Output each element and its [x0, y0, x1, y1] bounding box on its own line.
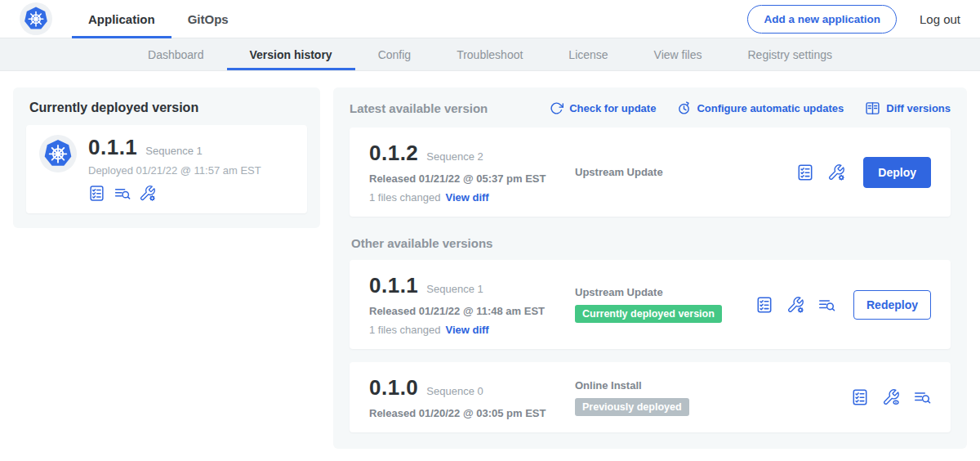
header-nav: Application GitOps — [72, 0, 245, 38]
view-config-icon[interactable] — [882, 388, 900, 406]
redeploy-button[interactable]: Redeploy — [853, 290, 931, 320]
version-row-0-1-2: 0.1.2 Sequence 2 Released 01/21/22 @ 05:… — [350, 128, 951, 217]
subnav-tab-version-history[interactable]: Version history — [227, 38, 355, 70]
released-timestamp: Released 01/21/22 @ 05:37 pm EST — [369, 172, 575, 185]
deployed-sequence: Sequence 1 — [145, 145, 202, 157]
version-sequence: Sequence 1 — [426, 283, 483, 295]
deploy-logs-icon[interactable] — [913, 388, 931, 406]
subnav-tab-dashboard[interactable]: Dashboard — [125, 38, 227, 70]
subnav-tab-registry-settings-label: Registry settings — [748, 48, 832, 61]
logout-button[interactable]: Log out — [920, 12, 960, 26]
deploy-logs-icon[interactable] — [817, 296, 835, 314]
diff-versions-label: Diff versions — [886, 102, 951, 114]
version-source-column: Upstream Update — [575, 166, 796, 178]
edit-config-icon[interactable] — [786, 296, 804, 314]
app-icon-kubernetes — [39, 135, 77, 172]
version-source: Upstream Update — [575, 166, 788, 178]
tab-application-label: Application — [88, 12, 155, 26]
version-row-0-1-1: 0.1.1 Sequence 1 Released 01/21/22 @ 11:… — [350, 260, 951, 349]
preflight-checks-icon[interactable] — [755, 296, 773, 314]
previously-deployed-badge: Previously deployed — [575, 398, 689, 416]
kubernetes-logo — [20, 2, 52, 35]
diff-columns-icon — [865, 101, 880, 116]
configure-automatic-updates-label: Configure automatic updates — [697, 102, 844, 114]
edit-config-icon[interactable] — [827, 163, 845, 181]
other-versions-title: Other available versions — [351, 236, 951, 250]
app-subnav: Dashboard Version history Config Trouble… — [0, 38, 980, 71]
currently-deployed-title: Currently deployed version — [26, 101, 307, 115]
version-number: 0.1.1 — [369, 273, 418, 298]
subnav-tab-view-files[interactable]: View files — [631, 38, 725, 70]
latest-version-title: Latest available version — [350, 101, 488, 115]
subnav-tab-version-history-label: Version history — [250, 48, 332, 61]
tab-gitops[interactable]: GitOps — [172, 0, 245, 38]
files-changed: 1 files changed — [369, 324, 440, 336]
version-actions-column: Deploy — [796, 157, 931, 188]
subnav-tab-config[interactable]: Config — [355, 38, 434, 70]
subnav-tab-config-label: Config — [378, 48, 411, 61]
currently-deployed-badge: Currently deployed version — [575, 305, 722, 323]
version-source-column: Upstream Update Currently deployed versi… — [575, 286, 755, 323]
deployed-version-card: 0.1.1 Sequence 1 Deployed 01/21/22 @ 11:… — [26, 125, 307, 213]
deployed-version-number: 0.1.1 — [88, 135, 137, 160]
version-row-info: 0.1.1 Sequence 1 Released 01/21/22 @ 11:… — [369, 273, 575, 336]
configure-automatic-updates-link[interactable]: Configure automatic updates — [677, 101, 844, 115]
preflight-checks-icon[interactable] — [851, 388, 869, 406]
deployed-timestamp: Deployed 01/21/22 @ 11:57 am EST — [88, 164, 261, 177]
currently-deployed-panel: Currently deployed version 0.1.1 Sequenc… — [13, 87, 320, 228]
version-sequence: Sequence 0 — [426, 385, 483, 397]
subnav-tab-dashboard-label: Dashboard — [148, 48, 204, 61]
version-source: Online Install — [575, 379, 843, 392]
version-row-0-1-0: 0.1.0 Sequence 0 Released 01/20/22 @ 03:… — [350, 362, 951, 432]
deploy-button[interactable]: Deploy — [863, 157, 931, 188]
preflight-checks-icon[interactable] — [796, 163, 814, 181]
version-source: Upstream Update — [575, 286, 747, 298]
view-diff-link[interactable]: View diff — [445, 191, 488, 204]
add-application-button[interactable]: Add a new application — [747, 5, 897, 34]
version-actions-column — [851, 388, 931, 406]
latest-version-header: Latest available version Check for updat… — [350, 101, 951, 116]
released-timestamp: Released 01/20/22 @ 03:05 pm EST — [369, 407, 575, 419]
version-row-info: 0.1.0 Sequence 0 Released 01/20/22 @ 03:… — [369, 375, 575, 419]
check-for-update-link[interactable]: Check for update — [550, 101, 656, 115]
available-versions-panel: Latest available version Check for updat… — [333, 87, 967, 449]
released-timestamp: Released 01/21/22 @ 11:48 am EST — [369, 305, 575, 317]
diff-versions-link[interactable]: Diff versions — [865, 101, 951, 116]
deployed-version-info: 0.1.1 Sequence 1 Deployed 01/21/22 @ 11:… — [88, 135, 261, 202]
edit-config-icon[interactable] — [139, 185, 156, 202]
version-number: 0.1.0 — [369, 375, 418, 401]
version-actions: Check for update Configure automatic upd… — [550, 101, 951, 116]
refresh-icon — [550, 101, 564, 115]
files-changed: 1 files changed — [369, 191, 440, 204]
version-actions-column: Redeploy — [755, 290, 931, 320]
deploy-logs-icon[interactable] — [114, 185, 131, 202]
app-header: Application GitOps Add a new application… — [0, 0, 980, 38]
subnav-tab-troubleshoot[interactable]: Troubleshoot — [434, 38, 546, 70]
check-for-update-label: Check for update — [569, 102, 656, 114]
version-sequence: Sequence 2 — [426, 150, 483, 163]
subnav-tab-troubleshoot-label: Troubleshoot — [457, 48, 523, 61]
preflight-checks-icon[interactable] — [88, 185, 105, 202]
version-number: 0.1.2 — [369, 141, 418, 166]
version-source-column: Online Install Previously deployed — [575, 379, 851, 416]
subnav-tab-license[interactable]: License — [546, 38, 630, 70]
subnav-tab-license-label: License — [568, 48, 608, 61]
main-content: Currently deployed version 0.1.1 Sequenc… — [0, 71, 980, 449]
auto-update-clock-icon — [677, 101, 691, 115]
view-diff-link[interactable]: View diff — [445, 324, 488, 336]
tab-application[interactable]: Application — [72, 0, 172, 38]
tab-gitops-label: GitOps — [188, 12, 229, 26]
subnav-tab-view-files-label: View files — [654, 48, 702, 61]
version-row-info: 0.1.2 Sequence 2 Released 01/21/22 @ 05:… — [369, 141, 575, 204]
subnav-tab-registry-settings[interactable]: Registry settings — [725, 38, 855, 70]
